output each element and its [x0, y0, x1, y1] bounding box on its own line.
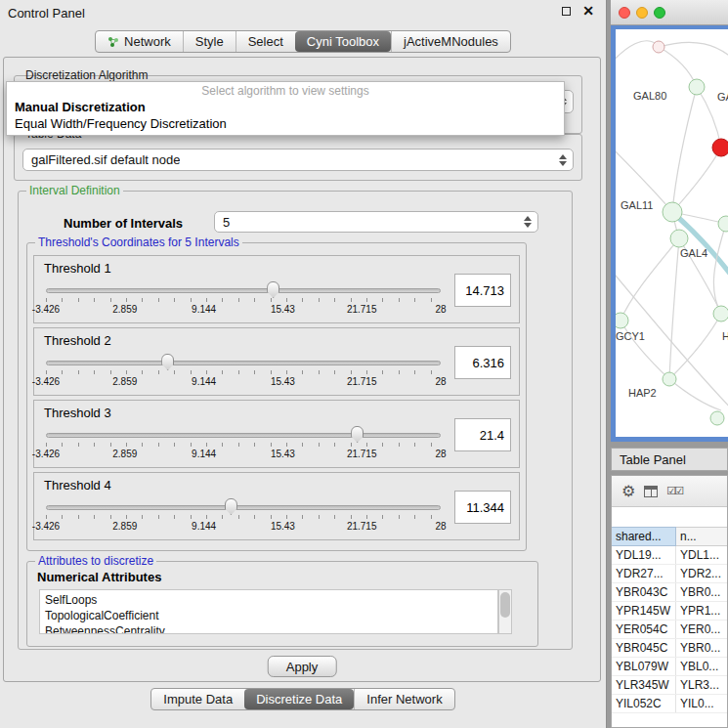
select-columns-icon[interactable]: ☑☑ — [666, 485, 682, 497]
table-cell[interactable]: YDR27... — [612, 565, 676, 582]
apply-button[interactable]: Apply — [268, 656, 337, 677]
tab-style[interactable]: Style — [183, 31, 236, 52]
dropdown-options: Manual Discretization Equal Width/Freque… — [7, 99, 564, 132]
threshold-slider: -3.4262.8599.14415.4321.71528 — [46, 281, 441, 321]
network-edge[interactable] — [672, 148, 721, 212]
network-node[interactable] — [653, 41, 664, 53]
table-cell[interactable]: YER0... — [676, 621, 727, 638]
network-node[interactable] — [689, 79, 705, 95]
network-edge[interactable] — [669, 379, 721, 410]
table-cell[interactable]: YDL19... — [612, 546, 676, 564]
algorithm-option[interactable]: Equal Width/Frequency Discretization — [7, 115, 564, 132]
network-canvas[interactable]: GAL80GAL11GAL4GCY1HAP2GAH — [616, 29, 728, 437]
tab-discretize-data[interactable]: Discretize Data — [244, 689, 354, 709]
table-cell[interactable]: YPR1... — [676, 602, 727, 620]
tab-network[interactable]: Network — [96, 31, 183, 52]
slider-ticks — [46, 370, 441, 374]
table-row[interactable]: YBL079W YBL0... — [612, 658, 727, 676]
table-row[interactable]: YLR345W YLR3... — [612, 676, 727, 695]
column-header[interactable]: shared... — [612, 527, 676, 546]
slider-handle[interactable] — [161, 354, 174, 370]
table-cell[interactable]: YDR2... — [676, 565, 727, 582]
table-panel-header[interactable]: Table Panel — [611, 448, 728, 471]
table-cell[interactable]: YIL0... — [676, 695, 727, 712]
zoom-traffic-light[interactable] — [654, 7, 665, 19]
gear-icon[interactable]: ⚙ — [621, 482, 635, 500]
attribute-list-item[interactable]: TopologicalCoefficient — [40, 608, 497, 623]
table-row[interactable]: YBR045C YBR0... — [612, 639, 727, 658]
network-node[interactable] — [663, 372, 676, 386]
column-header[interactable]: n... — [676, 527, 727, 546]
network-edge[interactable] — [616, 41, 659, 83]
attribute-list-item[interactable]: SelfLoops — [40, 592, 497, 608]
float-window-icon[interactable] — [562, 7, 571, 16]
close-traffic-light[interactable] — [619, 7, 630, 19]
slider-handle[interactable] — [225, 498, 237, 515]
tab-select[interactable]: Select — [236, 31, 295, 52]
table-cell[interactable]: YLR345W — [612, 676, 676, 694]
tab-infer-network[interactable]: Infer Network — [354, 689, 453, 709]
slider-track[interactable] — [46, 433, 441, 438]
table-cell[interactable]: YLR3... — [676, 676, 727, 694]
network-node[interactable] — [670, 230, 688, 247]
control-panel: Control Panel ✕ Network Style Select — [0, 0, 607, 728]
table-row[interactable]: YIL052C YIL0... — [612, 695, 727, 713]
network-edge[interactable] — [621, 238, 679, 321]
columns-icon[interactable] — [644, 486, 658, 497]
number-of-intervals-combobox[interactable]: 5 — [214, 211, 538, 233]
slider-track[interactable] — [46, 505, 441, 510]
table-cell[interactable]: YBL0... — [676, 658, 727, 675]
network-node[interactable] — [712, 139, 728, 156]
table-cell[interactable]: YER054C — [612, 621, 676, 638]
table-cell[interactable]: YBR0... — [676, 639, 727, 657]
table-row[interactable]: YDR27... YDR2... — [612, 565, 727, 583]
table-row[interactable]: YBR043C YBR0... — [612, 583, 727, 602]
tab-jactivemnodules[interactable]: jActiveMNodules — [391, 31, 510, 52]
minimize-traffic-light[interactable] — [636, 7, 648, 19]
algorithm-option[interactable]: Manual Discretization — [7, 99, 564, 115]
network-edge[interactable] — [669, 238, 679, 379]
slider-scale: -3.4262.8599.14415.4321.71528 — [46, 304, 441, 316]
interval-definition-group: Interval Definition Number of Intervals … — [18, 191, 573, 650]
network-node[interactable] — [718, 216, 728, 232]
network-node[interactable] — [713, 306, 728, 321]
attributes-scrollbar[interactable] — [498, 589, 512, 634]
table-cell[interactable]: YIL052C — [612, 695, 676, 712]
table-cell[interactable]: YBL079W — [612, 658, 676, 675]
attribute-list-item[interactable]: BetweennessCentrality — [40, 623, 497, 634]
attributes-list[interactable]: SelfLoops TopologicalCoefficient Between… — [39, 589, 498, 634]
scrollbar-thumb[interactable] — [500, 592, 510, 618]
table-data-combobox[interactable]: galFiltered.sif default node — [22, 149, 574, 171]
table-toolbar: ⚙ ☑☑ — [612, 476, 727, 507]
tab-cyni-toolbox[interactable]: Cyni Toolbox — [295, 31, 391, 52]
table-cell[interactable]: YBR043C — [612, 583, 676, 601]
threshold-value-field[interactable]: 14.713 — [454, 274, 511, 307]
slider-handle[interactable] — [267, 281, 279, 298]
network-window-titlebar[interactable] — [611, 0, 728, 25]
table-cell[interactable]: YBR0... — [676, 583, 727, 601]
network-edge[interactable] — [621, 321, 669, 379]
slider-track[interactable] — [46, 288, 441, 293]
network-node[interactable] — [710, 411, 724, 425]
slider-handle[interactable] — [351, 426, 364, 443]
threshold-value-field[interactable]: 11.344 — [454, 491, 511, 524]
tab-impute-data[interactable]: Impute Data — [151, 689, 244, 709]
threshold-value-field[interactable]: 6.316 — [454, 346, 511, 379]
table-row[interactable]: YER054C YER0... — [612, 621, 727, 639]
table-row[interactable]: YPR145W YPR1... — [612, 602, 727, 621]
threshold-label: Threshold 1 — [44, 261, 111, 276]
table-row[interactable]: YDL19... YDL1... — [612, 546, 727, 565]
close-icon[interactable]: ✕ — [582, 6, 594, 16]
table-cell[interactable]: YPR145W — [612, 602, 676, 620]
table-panel-title: Table Panel — [620, 452, 686, 467]
network-tab-icon — [107, 36, 119, 48]
network-node[interactable] — [616, 313, 628, 328]
network-node[interactable] — [663, 202, 682, 222]
threshold-panel: Threshold 4 -3.4262.8599.14415.4321.7152… — [33, 472, 520, 540]
slider-track[interactable] — [46, 361, 441, 365]
network-edge[interactable] — [672, 87, 697, 212]
table-cell[interactable]: YDL1... — [676, 546, 727, 564]
slider-ticks — [46, 515, 441, 519]
threshold-value-field[interactable]: 21.4 — [454, 418, 511, 451]
table-cell[interactable]: YBR045C — [612, 639, 676, 657]
